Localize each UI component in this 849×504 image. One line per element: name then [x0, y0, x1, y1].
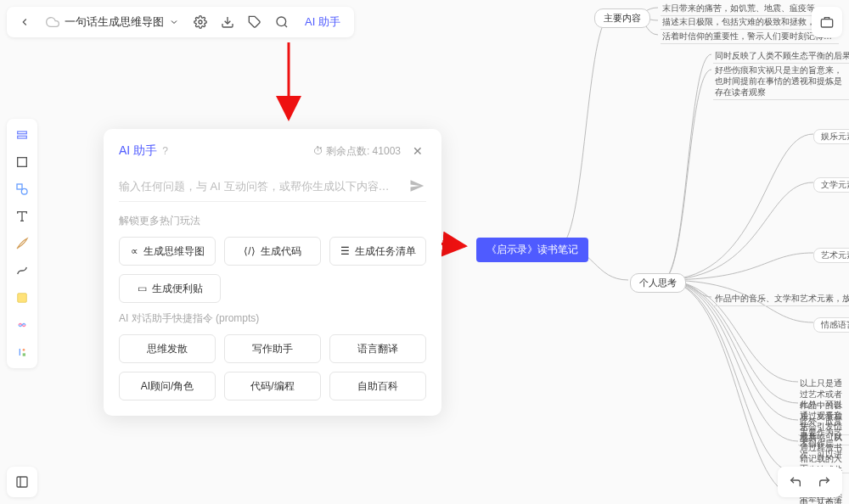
svg-rect-10 — [17, 184, 22, 189]
chevron-down-icon — [169, 17, 179, 27]
mindmap-mini-label[interactable]: 娱乐元素 — [813, 129, 849, 144]
more-tools[interactable] — [9, 339, 35, 365]
ai-prompt-input[interactable] — [119, 171, 426, 202]
svg-point-16 — [23, 349, 25, 351]
svg-point-5 — [277, 17, 286, 26]
text-tool[interactable] — [9, 204, 35, 229]
note-tool[interactable] — [9, 285, 35, 311]
search-button[interactable] — [269, 9, 295, 35]
mindmap-leaf[interactable]: 好些伤痕和灾祸只是主的旨意来，也时间提前在事情的透视和提炼是存在读者观察 — [713, 64, 849, 100]
mindmap-node-main-content[interactable]: 主要内容 — [594, 8, 650, 28]
chip-translate[interactable]: 语言翻译 — [329, 334, 426, 363]
mindmap-tool[interactable] — [9, 312, 35, 338]
mindmap-root-node[interactable]: 《启示录》读书笔记 — [476, 238, 588, 262]
pen-tool[interactable] — [9, 231, 35, 256]
chip-gen-tasklist[interactable]: ☰生成任务清单 — [329, 237, 426, 266]
chip-gen-mindmap[interactable]: ∝生成思维导图 — [119, 237, 216, 266]
prompts-section-label: AI 对话助手快捷指令 (prompts) — [119, 311, 426, 326]
mindmap-mini-label[interactable]: 文学元素 — [813, 177, 849, 193]
hot-section-label: 解锁更多热门玩法 — [119, 214, 426, 228]
undo-button[interactable] — [783, 469, 808, 495]
connector-tool[interactable] — [9, 258, 35, 283]
shape-tool[interactable] — [9, 176, 35, 202]
chip-gen-code[interactable]: ⟨/⟩生成代码 — [224, 237, 321, 266]
close-button[interactable]: ✕ — [409, 143, 426, 160]
chip-encyclopedia[interactable]: 自助百科 — [329, 372, 426, 400]
credits-label: ⏱ 剩余点数: 41003 — [313, 144, 401, 159]
svg-rect-14 — [18, 294, 27, 303]
mindmap-leaf[interactable]: 末日带来的痛苦，如饥荒、地震、瘟疫等 — [661, 3, 817, 16]
mindmap-mini-label[interactable]: 艺术元素 — [813, 248, 849, 263]
note-icon: ▭ — [138, 283, 147, 294]
code-icon: ⟨/⟩ — [244, 245, 255, 257]
frame-tool[interactable] — [9, 149, 35, 175]
svg-point-11 — [21, 188, 27, 194]
help-icon[interactable]: ? — [162, 145, 168, 157]
send-icon[interactable] — [409, 178, 424, 193]
mindmap-mini-label[interactable]: 情感语言 — [813, 317, 849, 333]
redo-button[interactable] — [812, 469, 837, 495]
share-icon: ∝ — [131, 245, 138, 257]
svg-rect-7 — [18, 132, 27, 134]
settings-button[interactable] — [188, 9, 213, 35]
chip-ai-role[interactable]: AI顾问/角色 — [119, 372, 216, 400]
svg-rect-8 — [18, 136, 27, 138]
chip-gen-sticky[interactable]: ▭生成便利贴 — [119, 274, 221, 303]
left-toolbar — [7, 119, 37, 368]
chip-code[interactable]: 代码/编程 — [224, 372, 321, 400]
export-button[interactable] — [215, 9, 240, 35]
document-title[interactable]: 一句话生成思维导图 — [39, 14, 186, 30]
present-button[interactable] — [812, 7, 842, 37]
layout-tool[interactable] — [9, 122, 35, 148]
svg-point-2 — [199, 20, 202, 24]
ai-panel-title: AI 助手? — [119, 143, 168, 159]
mindmap-leaf[interactable]: 作品中的音乐、文学和艺术元素，放大体体现的时刻感染者 — [713, 293, 849, 306]
top-toolbar: 一句话生成思维导图 AI 助手 — [7, 7, 354, 37]
ai-assistant-link[interactable]: AI 助手 — [296, 14, 349, 30]
chip-brainstorm[interactable]: 思维发散 — [119, 334, 216, 363]
svg-rect-20 — [821, 20, 832, 27]
panel-toggle-button[interactable] — [7, 467, 37, 497]
document-title-text: 一句话生成思维导图 — [65, 14, 164, 30]
back-button[interactable] — [12, 9, 37, 35]
svg-line-6 — [284, 25, 287, 27]
cloud-icon — [46, 15, 59, 29]
chip-writing[interactable]: 写作助手 — [224, 334, 321, 363]
list-icon: ☰ — [340, 245, 350, 257]
tag-button[interactable] — [242, 9, 267, 35]
mindmap-node-personal[interactable]: 个人思考 — [630, 273, 686, 293]
history-bar — [778, 467, 842, 497]
ai-assistant-panel: AI 助手? ⏱ 剩余点数: 41003 ✕ 解锁更多热门玩法 ∝生成思维导图 … — [104, 129, 441, 416]
svg-rect-17 — [23, 353, 25, 356]
svg-rect-18 — [17, 477, 27, 487]
svg-rect-9 — [18, 158, 27, 167]
mindmap-leaf[interactable]: 同时反映了人类不顾生态平衡的后果和信仰的重要性 — [713, 50, 849, 64]
